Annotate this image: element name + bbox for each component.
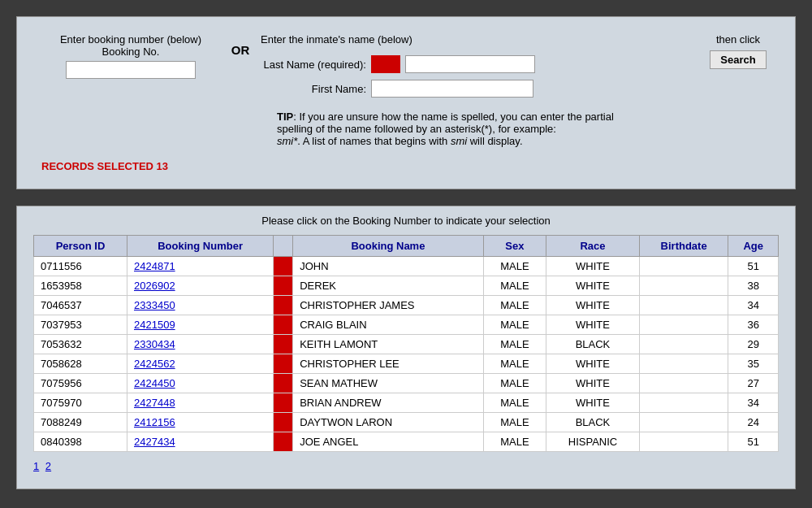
cell-sex: MALE	[483, 374, 546, 393]
cell-age: 29	[728, 335, 779, 354]
cell-sex: MALE	[483, 354, 546, 374]
cell-birthdate	[639, 296, 728, 315]
col-birthdate: Birthdate	[639, 236, 728, 257]
cell-color-indicator	[274, 335, 293, 354]
cell-age: 35	[728, 354, 779, 374]
cell-age: 51	[728, 257, 779, 276]
tip-word: smi	[451, 135, 467, 147]
booking-number-link[interactable]: 2333450	[134, 299, 175, 311]
tip-label: TIP	[277, 111, 293, 123]
cell-race: WHITE	[546, 374, 640, 393]
cell-sex: MALE	[483, 335, 546, 354]
search-button[interactable]: Search	[710, 50, 766, 69]
cell-booking-name: SEAN MATHEW	[293, 374, 483, 393]
table-row: 70465372333450CHRISTOPHER JAMESMALEWHITE…	[34, 296, 779, 315]
cell-color-indicator	[274, 296, 293, 315]
cell-birthdate	[639, 432, 728, 452]
first-name-row: First Name:	[261, 80, 698, 98]
booking-number-link[interactable]: 2330434	[134, 338, 175, 350]
cell-birthdate	[639, 257, 728, 276]
cell-booking-number[interactable]: 2412156	[127, 413, 274, 432]
first-name-input[interactable]	[371, 80, 533, 98]
cell-birthdate	[639, 276, 728, 296]
data-table: Person ID Booking Number Booking Name Se…	[33, 235, 779, 452]
cell-booking-number[interactable]: 2424562	[127, 354, 274, 374]
pagination-page-2[interactable]: 2	[45, 460, 51, 472]
name-section-header: Enter the inmate's name (below)	[261, 33, 698, 46]
cell-person-id: 7088249	[34, 413, 127, 432]
cell-color-indicator	[274, 257, 293, 276]
last-name-input[interactable]	[405, 55, 535, 73]
cell-booking-name: BRIAN ANDREW	[293, 393, 483, 413]
cell-person-id: 1653958	[34, 276, 127, 296]
cell-booking-number[interactable]: 2333450	[127, 296, 274, 315]
pagination-page-1[interactable]: 1	[33, 460, 39, 472]
booking-number-link[interactable]: 2421509	[134, 319, 175, 331]
cell-booking-number[interactable]: 2427434	[127, 432, 274, 452]
cell-booking-number[interactable]: 2424450	[127, 374, 274, 393]
booking-number-link[interactable]: 2412156	[134, 416, 175, 428]
col-sex: Sex	[483, 236, 546, 257]
cell-booking-number[interactable]: 2330434	[127, 335, 274, 354]
tip-end: . A list of names that begins with	[297, 135, 451, 147]
cell-age: 34	[728, 296, 779, 315]
cell-race: WHITE	[546, 393, 640, 413]
booking-number-link[interactable]: 2424871	[134, 260, 175, 272]
cell-person-id: 7046537	[34, 296, 127, 315]
table-header: Person ID Booking Number Booking Name Se…	[34, 236, 779, 257]
search-panel: Enter booking number (below) Booking No.…	[16, 16, 796, 189]
cell-person-id: 7075970	[34, 393, 127, 413]
cell-booking-number[interactable]: 2424871	[127, 257, 274, 276]
cell-booking-number[interactable]: 2421509	[127, 315, 274, 335]
col-booking-name: Booking Name	[293, 236, 483, 257]
cell-booking-number[interactable]: 2427448	[127, 393, 274, 413]
cell-sex: MALE	[483, 393, 546, 413]
col-person-id: Person ID	[34, 236, 127, 257]
cell-birthdate	[639, 393, 728, 413]
then-click-section: then click Search	[706, 33, 771, 69]
cell-booking-name: CHRISTOPHER JAMES	[293, 296, 483, 315]
tip-colon: : If you are unsure how the name is spel…	[277, 111, 614, 135]
table-row: 70759562424450SEAN MATHEWMALEWHITE27	[34, 374, 779, 393]
cell-sex: MALE	[483, 315, 546, 335]
table-row: 70379532421509CRAIG BLAINMALEWHITE36	[34, 315, 779, 335]
cell-race: WHITE	[546, 257, 640, 276]
results-panel: Please click on the Booking Number to in…	[16, 206, 796, 489]
booking-number-link[interactable]: 2427448	[134, 397, 175, 409]
cell-booking-name: CHRISTOPHER LEE	[293, 354, 483, 374]
tip-end2: will display.	[467, 135, 522, 147]
col-booking-number: Booking Number	[127, 236, 274, 257]
cell-color-indicator	[274, 315, 293, 335]
cell-age: 27	[728, 374, 779, 393]
last-name-prefix-red	[371, 55, 400, 73]
last-name-label: Last Name (required):	[261, 59, 366, 71]
pagination: 1 2	[33, 460, 779, 472]
table-row: 70536322330434KEITH LAMONTMALEBLACK29	[34, 335, 779, 354]
cell-color-indicator	[274, 393, 293, 413]
cell-race: WHITE	[546, 276, 640, 296]
cell-booking-name: JOE ANGEL	[293, 432, 483, 452]
cell-race: WHITE	[546, 354, 640, 374]
booking-number-link[interactable]: 2424450	[134, 377, 175, 389]
cell-age: 51	[728, 432, 779, 452]
cell-booking-number[interactable]: 2026902	[127, 276, 274, 296]
cell-person-id: 7037953	[34, 315, 127, 335]
col-race: Race	[546, 236, 640, 257]
cell-birthdate	[639, 315, 728, 335]
cell-sex: MALE	[483, 296, 546, 315]
booking-number-link[interactable]: 2427434	[134, 436, 175, 448]
booking-number-input[interactable]	[66, 61, 196, 79]
booking-number-link[interactable]: 2026902	[134, 280, 175, 292]
cell-age: 38	[728, 276, 779, 296]
cell-birthdate	[639, 374, 728, 393]
cell-booking-name: JOHN	[293, 257, 483, 276]
table-row: 07115562424871JOHNMALEWHITE51	[34, 257, 779, 276]
cell-color-indicator	[274, 374, 293, 393]
cell-race: BLACK	[546, 413, 640, 432]
cell-age: 24	[728, 413, 779, 432]
tip-section: TIP: If you are unsure how the name is s…	[277, 111, 626, 147]
then-click-label: then click	[716, 33, 760, 46]
table-body: 07115562424871JOHNMALEWHITE5116539582026…	[34, 257, 779, 452]
col-color	[274, 236, 293, 257]
booking-number-link[interactable]: 2424562	[134, 358, 175, 370]
